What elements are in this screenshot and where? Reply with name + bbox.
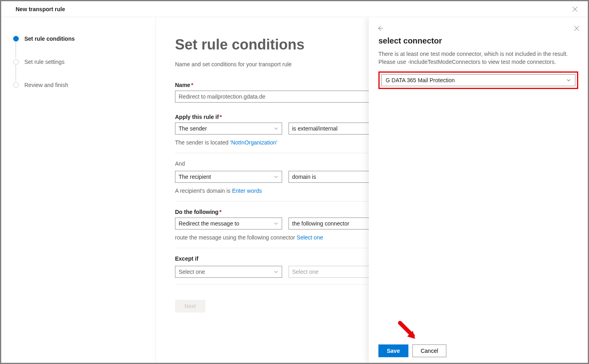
apply-if-condition-dropdown[interactable]: The sender (175, 123, 282, 135)
back-arrow-icon[interactable] (375, 24, 385, 33)
flyout-header (369, 17, 588, 33)
dialog-window: New transport rule Set rule conditions S… (1, 1, 588, 363)
dialog-body: Set rule conditions Set rule settings Re… (1, 17, 588, 363)
recipient-domain-link[interactable]: Enter words (232, 188, 262, 194)
separator (175, 248, 399, 248)
chevron-down-icon (274, 174, 279, 179)
select-connector-panel: select connector There is at least one t… (369, 17, 588, 363)
close-icon[interactable] (572, 24, 581, 33)
step-nav: Set rule conditions Set rule settings Re… (1, 17, 155, 363)
dropdown-value: is external/internal (292, 125, 338, 132)
dropdown-value: Select one (292, 269, 318, 275)
step-set-rule-conditions[interactable]: Set rule conditions (13, 34, 147, 44)
name-label-text: Name (175, 82, 190, 88)
required-asterisk: * (191, 82, 193, 88)
step-label: Set rule settings (24, 59, 64, 65)
connector-select-link[interactable]: Select one (296, 234, 323, 241)
sender-location-link[interactable]: 'NotInOrganization' (230, 139, 277, 146)
helper-prefix: route the message using the following co… (175, 234, 296, 241)
required-asterisk: * (219, 209, 221, 215)
step-label: Set rule conditions (24, 36, 75, 42)
flyout-body: select connector There is at least one t… (369, 33, 588, 338)
step-review-and-finish[interactable]: Review and finish (13, 80, 147, 90)
dropdown-value: G DATA 365 Mail Protection (386, 77, 455, 83)
chevron-down-icon (566, 78, 571, 83)
next-button: Next (175, 300, 205, 313)
dialog-titlebar: New transport rule (1, 1, 588, 17)
dropdown-value: Select one (179, 269, 205, 275)
and-condition-dropdown[interactable]: The recipient (175, 171, 282, 183)
highlight-annotation: G DATA 365 Mail Protection (378, 71, 578, 89)
chevron-down-icon (274, 221, 279, 226)
flyout-description: There is at least one test mode connecto… (378, 50, 578, 66)
dialog-title: New transport rule (16, 6, 65, 12)
apply-if-label-text: Apply this rule if (175, 114, 219, 120)
dropdown-value: Redirect the message to (179, 220, 239, 227)
connector-dropdown[interactable]: G DATA 365 Mail Protection (381, 74, 575, 86)
step-dot-icon (13, 59, 19, 65)
separator (175, 284, 399, 285)
step-label: Review and finish (24, 82, 68, 88)
flyout-footer: Save Cancel (369, 338, 588, 363)
step-dot-icon (13, 36, 19, 42)
dropdown-value: the following connector (292, 220, 349, 227)
helper-prefix: The sender is located (175, 139, 230, 146)
dropdown-value: The sender (179, 125, 207, 132)
separator (175, 201, 399, 202)
required-asterisk: * (220, 114, 222, 120)
chevron-down-icon (274, 269, 279, 274)
cancel-button[interactable]: Cancel (412, 344, 447, 357)
do-label-text: Do the following (175, 209, 219, 215)
save-button[interactable]: Save (378, 344, 408, 357)
except-if-condition-dropdown[interactable]: Select one (175, 266, 282, 278)
step-dot-icon (13, 82, 19, 88)
separator (175, 153, 399, 153)
dropdown-value: The recipient (179, 174, 211, 180)
dropdown-value: domain is (292, 174, 316, 180)
do-action-dropdown[interactable]: Redirect the message to (175, 218, 282, 229)
helper-prefix: A recipient's domain is (175, 188, 232, 194)
close-icon[interactable] (569, 3, 581, 16)
flyout-title: select connector (378, 36, 578, 46)
rule-name-input[interactable] (175, 91, 399, 103)
step-set-rule-settings[interactable]: Set rule settings (13, 57, 147, 67)
chevron-down-icon (274, 126, 279, 131)
